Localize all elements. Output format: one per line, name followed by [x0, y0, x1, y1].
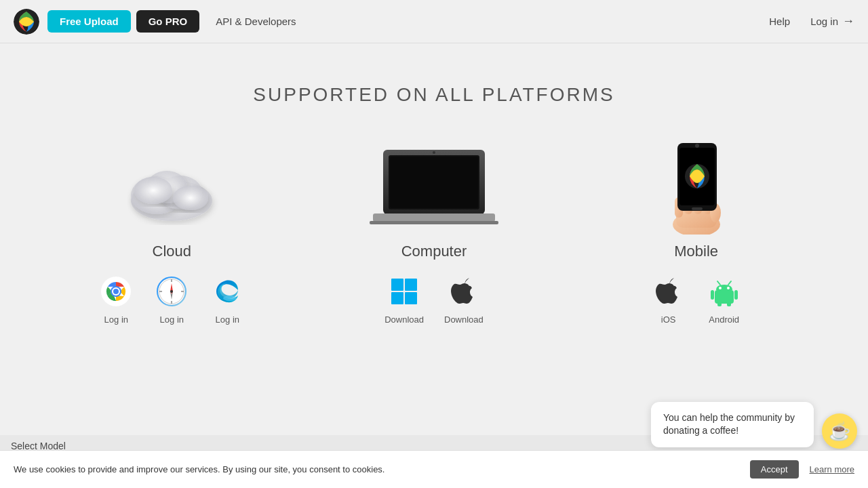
edge-label: Log in [216, 314, 239, 325]
login-label: Log in [810, 16, 838, 27]
svg-rect-29 [391, 279, 403, 291]
svg-rect-26 [373, 214, 495, 222]
help-button[interactable]: Help [769, 16, 790, 27]
cookie-banner: We use cookies to provide and improve ou… [0, 450, 868, 488]
free-upload-button[interactable]: Free Upload [47, 10, 131, 33]
svg-point-22 [223, 296, 237, 301]
cloud-image [104, 140, 239, 235]
svg-point-10 [113, 289, 119, 294]
svg-rect-44 [692, 207, 703, 210]
svg-point-47 [719, 287, 722, 289]
ios-action[interactable]: iOS [651, 274, 686, 325]
cloud-actions: Log in [98, 274, 245, 325]
windows-action[interactable]: Download [384, 274, 424, 325]
svg-rect-54 [727, 302, 731, 306]
svg-point-45 [695, 144, 699, 148]
svg-rect-27 [370, 221, 498, 224]
apple-icon [446, 274, 481, 309]
donate-coffee-button[interactable]: ☕ [822, 413, 857, 449]
ios-label: iOS [661, 314, 676, 325]
safari-action[interactable]: Log in [154, 274, 189, 325]
svg-rect-46 [715, 290, 734, 304]
cookie-text: We use cookies to provide and improve ou… [14, 464, 739, 474]
windows-icon [387, 274, 422, 309]
main-content: SUPPORTED ON ALL PLATFORMS [0, 43, 868, 325]
mac-label: Download [444, 314, 484, 325]
mobile-name: Mobile [674, 243, 718, 260]
svg-rect-53 [717, 302, 722, 306]
platform-mobile: Mobile iOS [585, 140, 807, 325]
ios-icon [651, 274, 686, 309]
chrome-action[interactable]: Log in [98, 274, 134, 325]
svg-rect-52 [734, 290, 738, 300]
header-right: Help Log in → [769, 14, 854, 28]
computer-actions: Download Download [384, 274, 484, 325]
svg-line-50 [728, 281, 731, 285]
svg-rect-31 [391, 292, 403, 304]
svg-rect-32 [405, 292, 417, 304]
svg-point-48 [727, 287, 730, 289]
edge-icon [210, 274, 245, 309]
learn-more-button[interactable]: Learn more [810, 464, 854, 474]
svg-rect-25 [390, 157, 478, 208]
windows-label: Download [384, 314, 424, 325]
svg-rect-51 [711, 290, 714, 300]
platform-cloud: Cloud [61, 140, 283, 325]
logo [14, 9, 39, 35]
svg-point-5 [134, 177, 172, 204]
chrome-label: Log in [104, 314, 128, 325]
platforms-container: Cloud [61, 140, 807, 325]
svg-rect-30 [405, 279, 417, 291]
android-action[interactable]: Android [707, 274, 742, 325]
android-label: Android [709, 314, 739, 325]
svg-point-20 [170, 290, 173, 293]
chrome-icon [98, 274, 134, 309]
svg-line-49 [717, 281, 720, 285]
phone-image [629, 140, 764, 235]
safari-label: Log in [160, 314, 184, 325]
section-title: SUPPORTED ON ALL PLATFORMS [253, 84, 614, 106]
computer-name: Computer [401, 243, 467, 260]
login-button[interactable]: Log in → [810, 14, 854, 28]
cloud-name: Cloud [153, 243, 191, 260]
chat-bubble: You can help the community by donating a… [651, 402, 814, 447]
svg-point-28 [433, 151, 435, 154]
accept-cookies-button[interactable]: Accept [750, 460, 799, 479]
api-developers-link[interactable]: API & Developers [216, 16, 296, 27]
header: Free Upload Go PRO API & Developers Help… [0, 0, 868, 43]
svg-point-6 [173, 186, 208, 210]
edge-action[interactable]: Log in [210, 274, 245, 325]
mac-action[interactable]: Download [444, 274, 484, 325]
go-pro-button[interactable]: Go PRO [136, 10, 200, 33]
login-icon: → [842, 14, 854, 28]
platform-computer: Computer Download [323, 140, 545, 325]
laptop-image [366, 140, 502, 235]
mobile-actions: iOS [651, 274, 742, 325]
safari-icon [154, 274, 189, 309]
android-icon [707, 274, 742, 309]
chat-message: You can help the community by donating a… [663, 412, 795, 436]
